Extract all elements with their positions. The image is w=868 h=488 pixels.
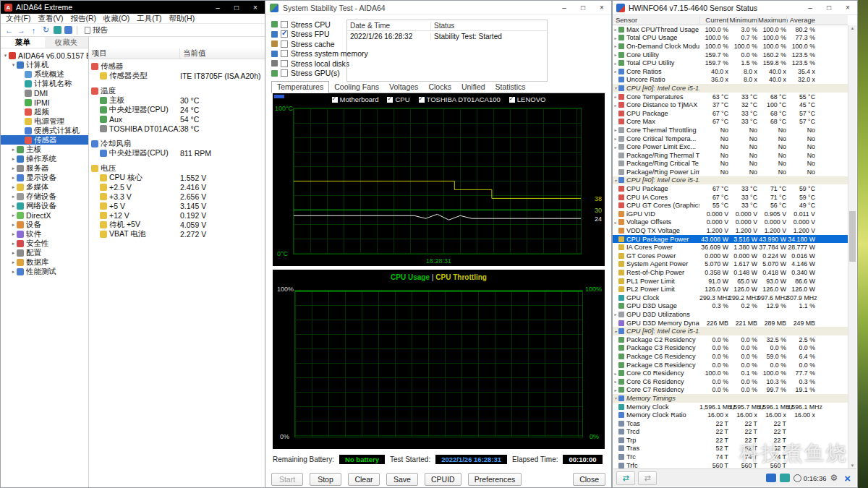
expand-icon[interactable]: ▾ <box>10 62 17 68</box>
sensor-row[interactable]: ▸Core Power Limit Exc...NoNoNoNo <box>613 142 848 151</box>
column-status[interactable]: Status <box>431 22 454 30</box>
tree-item[interactable]: ▸性能测试 <box>1 267 88 276</box>
tree-item[interactable]: 超频 <box>1 107 88 116</box>
stability-test-titlebar[interactable]: System Stability Test - AIDA64 – □ × <box>265 1 611 15</box>
expand-icon[interactable]: ▸ <box>10 203 17 209</box>
chart-icon[interactable] <box>64 26 72 34</box>
preferences-button[interactable]: Preferences <box>468 473 522 486</box>
tree-item[interactable]: ▸数据库 <box>1 257 88 267</box>
up-icon[interactable]: ↑ <box>29 26 38 35</box>
expand-icon[interactable]: ▾ <box>2 53 9 59</box>
column-average[interactable]: Average <box>786 16 815 24</box>
sensor-row[interactable]: PL2 Power Limit126.0 W126.0 W126.0 W126.… <box>613 285 848 294</box>
hwinfo-titlebar[interactable]: HWiNFO64 v7.15-4640 Sensor Status – □ × <box>613 1 857 15</box>
vertical-scrollbar[interactable]: ▲ ▼ <box>848 25 856 468</box>
back-icon[interactable]: ← <box>4 26 14 35</box>
tree-item[interactable]: 计算机名称 <box>1 79 88 88</box>
tree-item[interactable]: IPMI <box>1 98 88 107</box>
menu-item[interactable]: 工具(T) <box>133 14 165 24</box>
hwinfo-close-x-button[interactable]: × <box>841 472 854 484</box>
column-datetime[interactable]: Date & Time <box>347 22 431 30</box>
sensor-row[interactable]: ▸Core Utility159.7 %0.0 %160.2 %123.5 % <box>613 51 848 59</box>
minimize-button[interactable]: – <box>801 1 820 14</box>
sensor-row[interactable]: 传感器类型ITE IT8705F (ISA A20h) <box>89 71 265 80</box>
sensor-row[interactable]: iGPU VID0.000 V0.000 V0.905 V0.011 V <box>613 210 848 218</box>
tree-item[interactable]: ▸安全性 <box>1 239 88 248</box>
swap-rows-button[interactable]: ⇄ <box>638 471 657 485</box>
maximize-button[interactable]: □ <box>820 1 838 14</box>
remote-monitor-icon[interactable] <box>766 474 776 482</box>
tree-item[interactable]: 便携式计算机 <box>1 126 88 135</box>
sensor-row[interactable]: Package C2 Residency0.0 %0.0 %32.5 %2.5 … <box>613 335 848 344</box>
sensor-row[interactable]: ▸Voltage Offsets0.000 V0.000 V0.000 V0.0… <box>613 218 848 227</box>
scroll-up-icon[interactable]: ▲ <box>848 26 856 30</box>
expand-icon[interactable]: ▸ <box>10 184 17 190</box>
sensor-row[interactable]: ▸Core C0 Residency100.0 %0.1 %100.0 %77.… <box>613 369 848 377</box>
legend-item[interactable]: CPU <box>387 95 409 103</box>
sensor-row[interactable]: CPU 核心1.552 V <box>89 173 265 182</box>
expand-icon[interactable]: ▸ <box>10 156 17 162</box>
tree-item[interactable]: ▸多媒体 <box>1 182 88 192</box>
sensor-row[interactable]: +2.5 V2.416 V <box>89 182 265 192</box>
expand-icon[interactable]: ▸ <box>10 269 17 275</box>
sensor-section-row[interactable]: ▾CPU [#0]: Intel Core i5-1... <box>613 176 848 185</box>
minimize-button[interactable]: – <box>208 1 227 14</box>
settings-gear-icon[interactable]: ⚙ <box>830 473 838 483</box>
stress-checkbox[interactable] <box>281 69 288 77</box>
tree-item[interactable]: 传感器 <box>1 135 88 145</box>
tree-item[interactable]: ▸显示设备 <box>1 173 88 182</box>
sensor-row[interactable]: +3.3 V2.656 V <box>89 192 265 201</box>
column-current-value[interactable]: 当前值 <box>180 48 206 59</box>
sensor-row[interactable]: CPU IA Cores67 °C33 °C71 °C59 °C <box>613 193 848 202</box>
sensor-row[interactable]: ▸Core Distance to TjMAX37 °C32 °C100 °C4… <box>613 100 848 109</box>
sensor-row[interactable]: ▸Core Thermal ThrottlingNoNoNoNo <box>613 126 848 134</box>
aida64-titlebar[interactable]: A AIDA64 Extreme – □ × <box>1 1 265 14</box>
tree-item[interactable]: ▸主板 <box>1 145 88 154</box>
sensor-row[interactable]: CPU GT Cores (Graphics)55 °C33 °C56 °C49… <box>613 201 848 210</box>
sensor-row[interactable]: 中央处理器(CPU)24 °C <box>89 105 265 114</box>
tab-voltages[interactable]: Voltages <box>384 82 423 93</box>
legend-item[interactable]: LENOVO <box>509 95 546 103</box>
tree-item[interactable]: ▸存储设备 <box>1 192 88 201</box>
sensor-row[interactable]: Rest-of-Chip Power0.358 W0.148 W0.418 W0… <box>613 268 848 277</box>
sensor-row[interactable]: ▸Core Ratios40.0 x8.0 x40.0 x35.4 x <box>613 67 848 76</box>
maximize-button[interactable]: □ <box>227 1 246 14</box>
tree-item[interactable]: ▸设备 <box>1 220 88 229</box>
tree-item[interactable]: ▸服务器 <box>1 163 88 173</box>
legend-checkbox[interactable] <box>332 97 338 103</box>
sensor-row[interactable]: ▸Core Temperatures63 °C33 °C68 °C55 °C <box>613 93 848 101</box>
expand-icon[interactable]: ▸ <box>10 166 17 171</box>
tree-item[interactable]: ▸配置 <box>1 248 88 257</box>
sensor-row[interactable]: CPU Package67 °C33 °C68 °C57 °C <box>613 109 848 118</box>
sensor-row[interactable]: ▸Total CPU Usage100.0 %0.7 %100.0 %77.3 … <box>613 34 848 43</box>
tab-cooling-fans[interactable]: Cooling Fans <box>329 82 384 93</box>
expand-icon[interactable]: ▸ <box>10 250 17 256</box>
expand-icon[interactable]: ▸ <box>10 222 17 228</box>
sensor-row[interactable]: +12 V0.192 V <box>89 210 265 220</box>
sensor-section-row[interactable]: ▾CPU [#0]: Intel Core i5-1... <box>613 84 848 93</box>
sensor-row[interactable]: Memory Clock Ratio16.00 x16.00 x16.00 x1… <box>613 411 848 419</box>
tree-item[interactable]: ▸软件 <box>1 229 88 239</box>
tree-item[interactable]: ▸操作系统 <box>1 154 88 163</box>
sensor-row[interactable]: ▸Total CPU Utility159.7 %1.5 %159.8 %123… <box>613 59 848 67</box>
scroll-down-icon[interactable]: ▼ <box>848 463 856 468</box>
expand-icon[interactable]: ▸ <box>10 175 17 181</box>
tab-temperatures[interactable]: Temperatures <box>271 81 329 93</box>
close-button[interactable]: × <box>838 1 857 14</box>
sensor-row[interactable]: Memory Clock1,596.1 MHz1,595.7 MHz1,596.… <box>613 403 848 411</box>
sensor-row[interactable]: CPU Package Power43.008 W3.516 W43.990 W… <box>613 235 848 244</box>
sensor-row[interactable]: IA Cores Power36.609 W1.380 W37.784 W28.… <box>613 243 848 252</box>
tree-item[interactable]: 系统概述 <box>1 69 88 79</box>
clear-button[interactable]: Clear <box>348 473 380 486</box>
logging-icon[interactable] <box>780 474 790 482</box>
column-current[interactable]: Current <box>699 16 728 24</box>
sensor-row[interactable]: Uncore Ratio36.0 x8.0 x40.0 x32.0 x <box>613 76 848 85</box>
close-button[interactable]: × <box>246 1 265 14</box>
expand-icon[interactable]: ▸ <box>10 260 17 265</box>
sensor-row[interactable]: ▸Core C7 Residency0.0 %0.0 %99.7 %19.1 % <box>613 386 848 395</box>
sensor-row[interactable]: VDDQ TX Voltage1.200 V1.200 V1.200 V1.20… <box>613 226 848 235</box>
tree-item[interactable]: ▾计算机 <box>1 60 88 69</box>
sensor-row[interactable]: Package/Ring Critical Te...NoNoNoNo <box>613 160 848 168</box>
swap-columns-button[interactable]: ⇄ <box>616 471 635 485</box>
save-button[interactable]: Save <box>386 473 418 486</box>
